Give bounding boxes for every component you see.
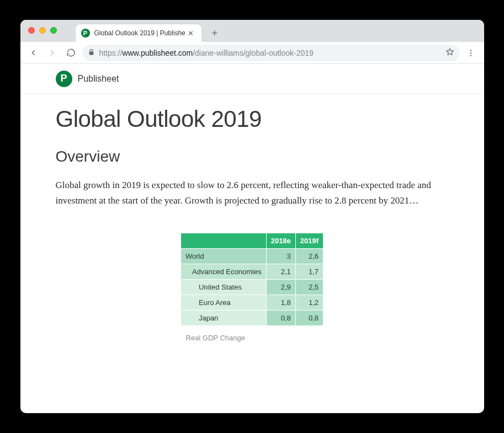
cell-value: 2,5 [296,280,323,295]
svg-point-2 [470,55,471,56]
row-label: Euro Area [181,295,266,310]
browser-menu-button[interactable] [463,49,479,57]
site-logo[interactable]: P [56,71,72,87]
window-minimize-button[interactable] [39,27,46,34]
lock-icon [88,49,95,57]
page-viewport: P Publisheet Global Outlook 2019 Overvie… [20,64,484,413]
table-caption: Real GDP Change [186,334,245,342]
browser-tab[interactable]: P Global Outlook 2019 | Publishe ✕ [76,24,201,42]
site-header: P Publisheet [20,64,484,94]
url-text: https://www.publisheet.com/diane-william… [99,49,441,57]
article: Global Outlook 2019 Overview Global grow… [20,94,484,364]
cell-value: 1,2 [296,295,323,310]
gdp-table: 2018e 2019f World 3 2,6 Advanced Economi… [181,233,323,326]
cell-value: 3 [267,249,295,264]
row-label: United States [181,280,266,295]
address-bar[interactable]: https://www.publisheet.com/diane-william… [82,45,460,61]
col-header-2018e: 2018e [267,233,295,248]
titlebar: P Global Outlook 2019 | Publishe ✕ + [20,20,484,42]
back-button[interactable] [26,45,41,61]
table-row: Euro Area 1,8 1,2 [181,295,323,310]
overview-paragraph: Global growth in 2019 is expected to slo… [56,178,449,209]
site-name[interactable]: Publisheet [78,74,119,84]
table-row: World 3 2,6 [181,249,323,264]
col-header-blank [181,233,266,248]
page-title: Global Outlook 2019 [56,106,449,132]
row-label: World [181,249,266,264]
table-row: Japan 0,8 0,8 [181,311,323,325]
tab-favicon: P [81,29,90,38]
gdp-table-wrap: 2018e 2019f World 3 2,6 Advanced Economi… [56,233,449,342]
table-row: Advanced Economies 2,1 1,7 [181,264,323,279]
cell-value: 2,6 [296,249,323,264]
section-heading: Overview [56,148,449,165]
reload-button[interactable] [63,45,79,61]
table-header-row: 2018e 2019f [181,233,323,248]
cell-value: 2,1 [267,264,295,279]
new-tab-button[interactable]: + [207,25,222,41]
row-label: Advanced Economies [181,264,266,279]
bookmark-star-icon[interactable] [445,47,454,58]
cell-value: 1,7 [296,264,323,279]
cell-value: 0,8 [296,311,323,325]
svg-point-0 [470,50,471,51]
col-header-2019f: 2019f [296,233,323,248]
window-close-button[interactable] [28,27,35,34]
window-zoom-button[interactable] [50,27,57,34]
table-row: United States 2,9 2,5 [181,280,323,295]
toolbar: https://www.publisheet.com/diane-william… [20,42,484,64]
cell-value: 2,9 [267,280,295,295]
row-label: Japan [181,311,266,325]
traffic-lights [28,27,57,34]
browser-window: P Global Outlook 2019 | Publishe ✕ + htt… [20,20,484,413]
tab-close-button[interactable]: ✕ [185,29,196,38]
forward-button[interactable] [45,45,60,61]
cell-value: 1,8 [267,295,295,310]
svg-point-1 [470,52,471,53]
cell-value: 0,8 [267,311,295,325]
tab-title: Global Outlook 2019 | Publishe [94,29,185,37]
